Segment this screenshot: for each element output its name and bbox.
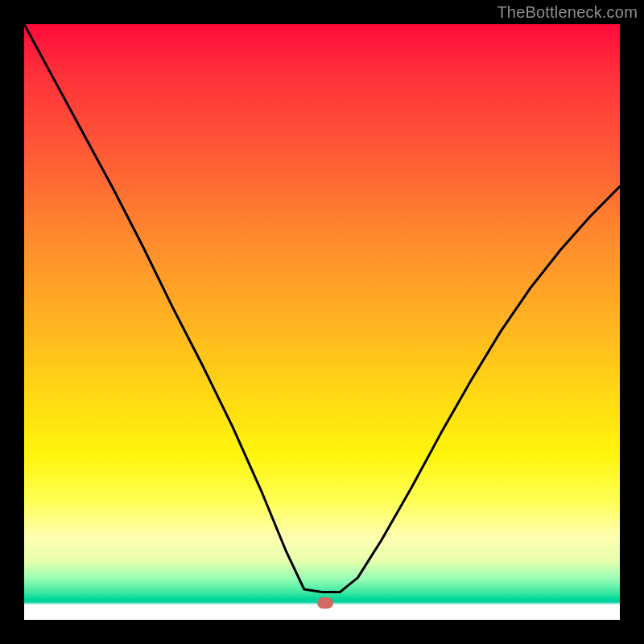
- optimal-point-marker: [317, 597, 333, 609]
- plot-area: [24, 24, 620, 620]
- watermark-text: TheBottleneck.com: [497, 3, 638, 22]
- curve-path: [24, 24, 620, 592]
- chart-frame: TheBottleneck.com: [0, 0, 644, 644]
- bottleneck-curve: [24, 24, 620, 620]
